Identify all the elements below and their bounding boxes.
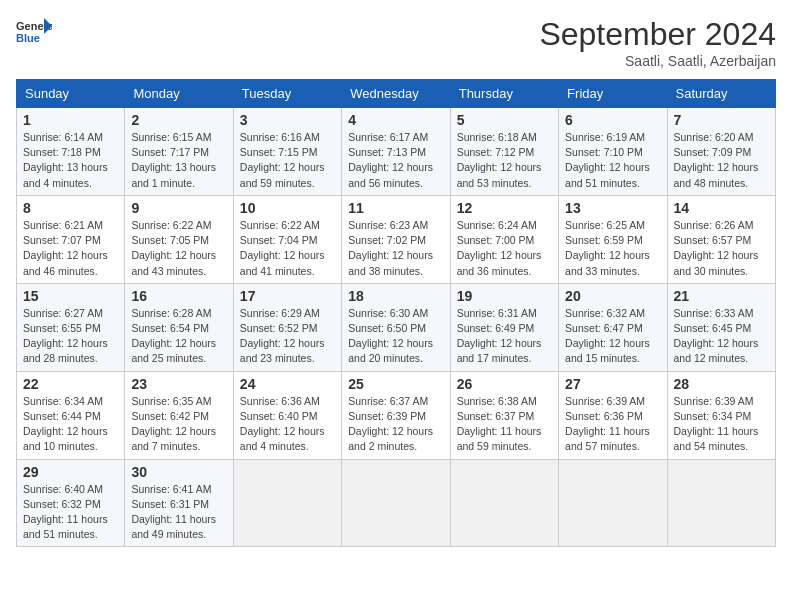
day-info: Sunrise: 6:41 AM Sunset: 6:31 PM Dayligh… [131, 482, 226, 543]
calendar-cell: 7Sunrise: 6:20 AM Sunset: 7:09 PM Daylig… [667, 108, 775, 196]
day-info: Sunrise: 6:23 AM Sunset: 7:02 PM Dayligh… [348, 218, 443, 279]
day-info: Sunrise: 6:19 AM Sunset: 7:10 PM Dayligh… [565, 130, 660, 191]
day-info: Sunrise: 6:17 AM Sunset: 7:13 PM Dayligh… [348, 130, 443, 191]
calendar-cell: 9Sunrise: 6:22 AM Sunset: 7:05 PM Daylig… [125, 195, 233, 283]
day-number: 17 [240, 288, 335, 304]
day-of-week-header: Wednesday [342, 80, 450, 108]
calendar-cell: 13Sunrise: 6:25 AM Sunset: 6:59 PM Dayli… [559, 195, 667, 283]
day-info: Sunrise: 6:15 AM Sunset: 7:17 PM Dayligh… [131, 130, 226, 191]
day-number: 12 [457, 200, 552, 216]
calendar-cell: 6Sunrise: 6:19 AM Sunset: 7:10 PM Daylig… [559, 108, 667, 196]
day-of-week-header: Sunday [17, 80, 125, 108]
day-number: 3 [240, 112, 335, 128]
day-number: 16 [131, 288, 226, 304]
calendar-cell: 16Sunrise: 6:28 AM Sunset: 6:54 PM Dayli… [125, 283, 233, 371]
calendar-cell: 4Sunrise: 6:17 AM Sunset: 7:13 PM Daylig… [342, 108, 450, 196]
day-info: Sunrise: 6:40 AM Sunset: 6:32 PM Dayligh… [23, 482, 118, 543]
day-info: Sunrise: 6:29 AM Sunset: 6:52 PM Dayligh… [240, 306, 335, 367]
day-info: Sunrise: 6:20 AM Sunset: 7:09 PM Dayligh… [674, 130, 769, 191]
day-info: Sunrise: 6:25 AM Sunset: 6:59 PM Dayligh… [565, 218, 660, 279]
calendar-week-row: 22Sunrise: 6:34 AM Sunset: 6:44 PM Dayli… [17, 371, 776, 459]
day-number: 14 [674, 200, 769, 216]
calendar-cell: 26Sunrise: 6:38 AM Sunset: 6:37 PM Dayli… [450, 371, 558, 459]
calendar-cell: 12Sunrise: 6:24 AM Sunset: 7:00 PM Dayli… [450, 195, 558, 283]
calendar-cell [559, 459, 667, 547]
day-number: 11 [348, 200, 443, 216]
day-of-week-header: Saturday [667, 80, 775, 108]
page-header: General Blue September 2024 Saatli, Saat… [16, 16, 776, 69]
day-number: 23 [131, 376, 226, 392]
calendar-week-row: 8Sunrise: 6:21 AM Sunset: 7:07 PM Daylig… [17, 195, 776, 283]
day-info: Sunrise: 6:30 AM Sunset: 6:50 PM Dayligh… [348, 306, 443, 367]
calendar-cell: 3Sunrise: 6:16 AM Sunset: 7:15 PM Daylig… [233, 108, 341, 196]
day-info: Sunrise: 6:35 AM Sunset: 6:42 PM Dayligh… [131, 394, 226, 455]
calendar-cell: 30Sunrise: 6:41 AM Sunset: 6:31 PM Dayli… [125, 459, 233, 547]
day-number: 10 [240, 200, 335, 216]
day-number: 30 [131, 464, 226, 480]
calendar-cell: 15Sunrise: 6:27 AM Sunset: 6:55 PM Dayli… [17, 283, 125, 371]
calendar-week-row: 1Sunrise: 6:14 AM Sunset: 7:18 PM Daylig… [17, 108, 776, 196]
calendar-cell: 24Sunrise: 6:36 AM Sunset: 6:40 PM Dayli… [233, 371, 341, 459]
day-number: 15 [23, 288, 118, 304]
header-row: SundayMondayTuesdayWednesdayThursdayFrid… [17, 80, 776, 108]
title-block: September 2024 Saatli, Saatli, Azerbaija… [539, 16, 776, 69]
day-info: Sunrise: 6:24 AM Sunset: 7:00 PM Dayligh… [457, 218, 552, 279]
month-title: September 2024 [539, 16, 776, 53]
day-info: Sunrise: 6:21 AM Sunset: 7:07 PM Dayligh… [23, 218, 118, 279]
day-info: Sunrise: 6:18 AM Sunset: 7:12 PM Dayligh… [457, 130, 552, 191]
calendar-cell: 27Sunrise: 6:39 AM Sunset: 6:36 PM Dayli… [559, 371, 667, 459]
calendar-cell: 28Sunrise: 6:39 AM Sunset: 6:34 PM Dayli… [667, 371, 775, 459]
day-info: Sunrise: 6:28 AM Sunset: 6:54 PM Dayligh… [131, 306, 226, 367]
day-info: Sunrise: 6:14 AM Sunset: 7:18 PM Dayligh… [23, 130, 118, 191]
calendar-cell: 23Sunrise: 6:35 AM Sunset: 6:42 PM Dayli… [125, 371, 233, 459]
day-number: 5 [457, 112, 552, 128]
calendar-body: 1Sunrise: 6:14 AM Sunset: 7:18 PM Daylig… [17, 108, 776, 547]
day-of-week-header: Thursday [450, 80, 558, 108]
day-info: Sunrise: 6:36 AM Sunset: 6:40 PM Dayligh… [240, 394, 335, 455]
calendar-cell: 19Sunrise: 6:31 AM Sunset: 6:49 PM Dayli… [450, 283, 558, 371]
calendar-cell [342, 459, 450, 547]
day-info: Sunrise: 6:22 AM Sunset: 7:04 PM Dayligh… [240, 218, 335, 279]
day-number: 7 [674, 112, 769, 128]
day-number: 22 [23, 376, 118, 392]
day-info: Sunrise: 6:33 AM Sunset: 6:45 PM Dayligh… [674, 306, 769, 367]
day-info: Sunrise: 6:27 AM Sunset: 6:55 PM Dayligh… [23, 306, 118, 367]
day-number: 29 [23, 464, 118, 480]
day-number: 6 [565, 112, 660, 128]
logo-icon: General Blue [16, 16, 52, 46]
day-info: Sunrise: 6:31 AM Sunset: 6:49 PM Dayligh… [457, 306, 552, 367]
day-of-week-header: Tuesday [233, 80, 341, 108]
calendar-cell: 10Sunrise: 6:22 AM Sunset: 7:04 PM Dayli… [233, 195, 341, 283]
day-number: 13 [565, 200, 660, 216]
day-number: 2 [131, 112, 226, 128]
calendar-cell: 8Sunrise: 6:21 AM Sunset: 7:07 PM Daylig… [17, 195, 125, 283]
day-of-week-header: Friday [559, 80, 667, 108]
calendar-cell: 11Sunrise: 6:23 AM Sunset: 7:02 PM Dayli… [342, 195, 450, 283]
day-number: 27 [565, 376, 660, 392]
calendar-table: SundayMondayTuesdayWednesdayThursdayFrid… [16, 79, 776, 547]
calendar-cell: 17Sunrise: 6:29 AM Sunset: 6:52 PM Dayli… [233, 283, 341, 371]
day-number: 26 [457, 376, 552, 392]
day-number: 25 [348, 376, 443, 392]
calendar-cell: 2Sunrise: 6:15 AM Sunset: 7:17 PM Daylig… [125, 108, 233, 196]
calendar-cell: 1Sunrise: 6:14 AM Sunset: 7:18 PM Daylig… [17, 108, 125, 196]
day-info: Sunrise: 6:37 AM Sunset: 6:39 PM Dayligh… [348, 394, 443, 455]
calendar-header: SundayMondayTuesdayWednesdayThursdayFrid… [17, 80, 776, 108]
day-number: 19 [457, 288, 552, 304]
day-number: 1 [23, 112, 118, 128]
calendar-week-row: 15Sunrise: 6:27 AM Sunset: 6:55 PM Dayli… [17, 283, 776, 371]
day-number: 18 [348, 288, 443, 304]
calendar-cell: 18Sunrise: 6:30 AM Sunset: 6:50 PM Dayli… [342, 283, 450, 371]
day-info: Sunrise: 6:16 AM Sunset: 7:15 PM Dayligh… [240, 130, 335, 191]
day-number: 28 [674, 376, 769, 392]
day-info: Sunrise: 6:26 AM Sunset: 6:57 PM Dayligh… [674, 218, 769, 279]
calendar-cell: 29Sunrise: 6:40 AM Sunset: 6:32 PM Dayli… [17, 459, 125, 547]
day-number: 4 [348, 112, 443, 128]
logo: General Blue [16, 16, 52, 46]
calendar-cell: 14Sunrise: 6:26 AM Sunset: 6:57 PM Dayli… [667, 195, 775, 283]
calendar-cell: 21Sunrise: 6:33 AM Sunset: 6:45 PM Dayli… [667, 283, 775, 371]
day-of-week-header: Monday [125, 80, 233, 108]
calendar-cell: 20Sunrise: 6:32 AM Sunset: 6:47 PM Dayli… [559, 283, 667, 371]
calendar-cell [450, 459, 558, 547]
day-info: Sunrise: 6:34 AM Sunset: 6:44 PM Dayligh… [23, 394, 118, 455]
